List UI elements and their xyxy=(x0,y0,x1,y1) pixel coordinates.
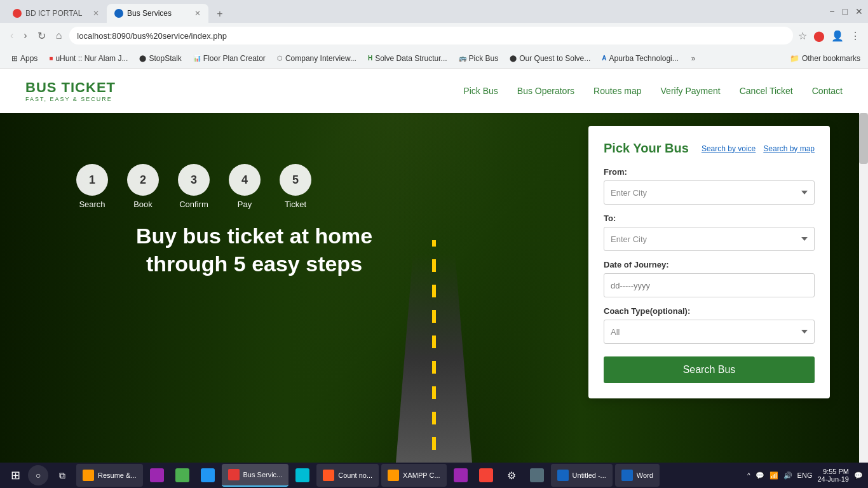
coach-type-select[interactable]: All xyxy=(604,320,815,344)
bookmark-apps-label: Apps xyxy=(20,54,37,63)
settings-icon: ⚙ xyxy=(507,470,516,482)
search-by-voice-link[interactable]: Search by voice xyxy=(702,144,756,153)
tab-close-bd[interactable]: ✕ xyxy=(93,9,99,18)
from-label: From: xyxy=(604,167,815,177)
tray-caret[interactable]: ^ xyxy=(747,472,750,479)
bookmark-solve[interactable]: H Solve Data Structur... xyxy=(364,53,451,64)
nav-routes-map[interactable]: Routes map xyxy=(593,86,641,96)
step-3-circle: 3 xyxy=(178,164,210,196)
step-4-label: Pay xyxy=(238,200,252,209)
maximize-button[interactable]: □ xyxy=(843,6,848,17)
taskbar-app-purple2-icon xyxy=(454,468,468,482)
bookmark-uhunt[interactable]: ■ uHunt :: Nur Alam J... xyxy=(45,53,132,64)
bookmark-pickbus-label: Pick Bus xyxy=(469,54,499,63)
taskbar-app-resume-icon xyxy=(83,470,94,481)
nav-cancel-ticket[interactable]: Cancel Ticket xyxy=(740,86,793,96)
date-input[interactable] xyxy=(604,273,815,297)
taskbar-app-untitled[interactable]: Untitled -... xyxy=(551,464,613,487)
tray-chat-icon[interactable]: 💬 xyxy=(756,471,764,480)
new-tab-button[interactable]: + xyxy=(211,5,229,23)
date-label: Date of Journey: xyxy=(604,260,815,269)
taskbar-task-view[interactable]: ⧉ xyxy=(51,464,74,487)
profile-icon[interactable]: 👤 xyxy=(831,30,844,42)
quest-icon: ⬤ xyxy=(510,55,517,62)
to-city-select[interactable]: Enter City xyxy=(604,227,815,251)
taskbar-app-teal[interactable] xyxy=(291,464,314,487)
tray-lang[interactable]: ENG xyxy=(797,471,813,479)
taskbar-app-vscode[interactable] xyxy=(196,464,219,487)
from-group: From: Enter City xyxy=(604,167,815,205)
extension-icon[interactable]: ⬤ xyxy=(813,30,825,42)
step-1: 1 Search xyxy=(76,164,108,209)
forward-button[interactable]: › xyxy=(21,29,29,43)
coach-label: Coach Type(optional): xyxy=(604,306,815,316)
bookmark-pickbus[interactable]: 🚌 Pick Bus xyxy=(455,53,503,64)
bookmark-apurba[interactable]: A Apurba Technologi... xyxy=(598,53,682,64)
tray-volume-icon[interactable]: 🔊 xyxy=(783,471,792,480)
step-1-label: Search xyxy=(79,200,105,209)
start-button[interactable]: ⊞ xyxy=(5,465,25,485)
taskbar-app-settings[interactable]: ⚙ xyxy=(500,464,523,487)
refresh-button[interactable]: ↻ xyxy=(35,29,48,43)
taskbar-app-purple2[interactable] xyxy=(449,464,472,487)
window-controls: − □ ✕ xyxy=(829,6,863,17)
step-2: 2 Book xyxy=(127,164,159,209)
bookmark-star-icon[interactable]: ☆ xyxy=(798,30,807,42)
taskbar-app-xampp[interactable]: XAMPP C... xyxy=(381,464,446,487)
floorplan-icon: 📊 xyxy=(193,55,201,62)
address-input[interactable] xyxy=(69,27,793,44)
tab-bd-ict[interactable]: BD ICT PORTAL ✕ xyxy=(5,4,107,23)
step-4-circle: 4 xyxy=(229,164,261,196)
search-panel: Pick Your Bus Search by voice Search by … xyxy=(588,126,830,398)
bookmark-floorplan[interactable]: 📊 Floor Plan Creator xyxy=(189,53,269,64)
bookmark-stopstalk[interactable]: ⬤ StopStalk xyxy=(135,53,185,64)
from-city-select[interactable]: Enter City xyxy=(604,180,815,205)
bookmark-quest[interactable]: ⬤ Our Quest to Solve... xyxy=(506,53,594,64)
bookmark-solve-label: Solve Data Structur... xyxy=(375,54,447,63)
nav-contact[interactable]: Contact xyxy=(812,86,843,96)
other-bookmarks[interactable]: 📁 Other bookmarks xyxy=(790,54,860,63)
taskbar-app-word[interactable]: Word xyxy=(615,464,660,487)
bookmarks-more-button[interactable]: » xyxy=(689,53,698,64)
tab-bus-services[interactable]: Bus Services ✕ xyxy=(107,4,208,23)
tray-network-icon[interactable]: 📶 xyxy=(770,471,778,480)
search-bus-button[interactable]: Search Bus xyxy=(604,356,815,383)
search-by-map-link[interactable]: Search by map xyxy=(763,144,815,153)
tab-close-bus[interactable]: ✕ xyxy=(194,9,201,18)
nav-pick-bus[interactable]: Pick Bus xyxy=(463,86,498,96)
taskbar-app-red[interactable] xyxy=(475,464,498,487)
taskbar-app-blue2[interactable] xyxy=(526,464,548,487)
nav-verify-payment[interactable]: Verify Payment xyxy=(661,86,721,96)
bookmark-apps[interactable]: ⊞ Apps xyxy=(8,53,41,64)
website-content: BUS TICKET FAST, EASY & SECURE Pick Bus … xyxy=(0,69,868,463)
taskbar-app-resume[interactable]: Resume &... xyxy=(76,464,143,487)
taskbar-app-untitled-icon xyxy=(557,470,569,481)
tab-favicon-bd xyxy=(13,9,22,18)
taskbar-search-button[interactable]: ○ xyxy=(28,465,48,485)
scrollbar[interactable] xyxy=(859,113,868,463)
home-button[interactable]: ⌂ xyxy=(53,29,65,43)
taskbar-app-purple[interactable] xyxy=(146,464,168,487)
taskbar-app-xampp-icon xyxy=(388,470,399,481)
tray-notification-icon[interactable]: 💬 xyxy=(854,471,863,480)
company-icon: ⬡ xyxy=(277,55,283,62)
taskbar-app-green[interactable] xyxy=(171,464,194,487)
scrollbar-thumb[interactable] xyxy=(859,113,868,164)
taskbar-app-bus[interactable]: Bus Servic... xyxy=(222,464,289,487)
coach-group: Coach Type(optional): All xyxy=(604,306,815,344)
other-bookmarks-label: Other bookmarks xyxy=(802,54,860,63)
hero-section: 1 Search 2 Book 3 Confirm xyxy=(0,113,868,463)
close-button[interactable]: ✕ xyxy=(855,6,863,17)
bookmark-company[interactable]: ⬡ Company Interview... xyxy=(273,53,360,64)
step-2-circle: 2 xyxy=(127,164,159,196)
title-bar: BD ICT PORTAL ✕ Bus Services ✕ + − □ ✕ xyxy=(0,0,868,23)
hero-tagline: Buy bus ticket at home through 5 easy st… xyxy=(95,222,413,278)
menu-icon[interactable]: ⋮ xyxy=(850,30,860,42)
back-button[interactable]: ‹ xyxy=(8,29,16,43)
taskbar-clock[interactable]: 9:55 PM 24-Jun-19 xyxy=(817,468,849,483)
taskbar-app-count[interactable]: Count no... xyxy=(316,464,379,487)
taskbar-right: ^ 💬 📶 🔊 ENG 9:55 PM 24-Jun-19 💬 xyxy=(747,468,863,483)
nav-bus-operators[interactable]: Bus Operators xyxy=(517,86,574,96)
taskbar-app-word-label: Word xyxy=(637,471,653,479)
minimize-button[interactable]: − xyxy=(829,6,834,17)
